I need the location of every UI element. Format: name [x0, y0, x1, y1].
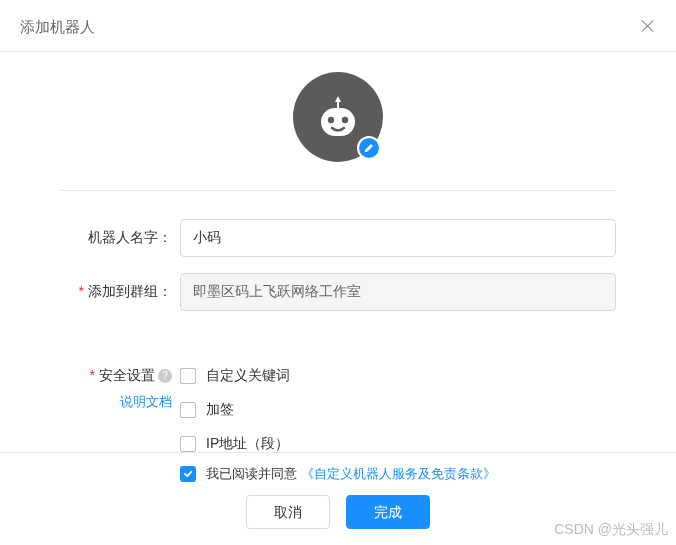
edit-avatar-icon[interactable]	[357, 136, 381, 160]
avatar-section	[60, 72, 616, 162]
row-group: *添加到群组： 即墨区码上飞跃网络工作室	[60, 273, 616, 311]
agree-row: 我已阅读并同意 《自定义机器人服务及免责条款》	[20, 465, 656, 483]
svg-rect-1	[321, 108, 355, 136]
dialog-title: 添加机器人	[20, 18, 95, 35]
option-ip[interactable]: IP地址（段）	[180, 435, 616, 452]
cancel-button[interactable]: 取消	[246, 495, 330, 529]
label-group: *添加到群组：	[60, 283, 180, 301]
option-keyword-label: 自定义关键词	[206, 367, 290, 385]
svg-point-3	[342, 117, 348, 123]
robot-icon	[311, 90, 365, 144]
agree-checkbox[interactable]	[180, 466, 196, 482]
name-input[interactable]	[180, 219, 616, 257]
checkbox-icon[interactable]	[180, 402, 196, 418]
row-security: *安全设置? 说明文档 自定义关键词 加签 IP地址（段）	[60, 367, 616, 452]
dialog-body: 机器人名字： *添加到群组： 即墨区码上飞跃网络工作室 *安全设置? 说明文档 …	[0, 52, 676, 452]
dialog-footer: 我已阅读并同意 《自定义机器人服务及免责条款》 取消 完成	[0, 452, 676, 541]
terms-link[interactable]: 《自定义机器人服务及免责条款》	[301, 466, 496, 481]
row-name: 机器人名字：	[60, 219, 616, 257]
checkbox-icon[interactable]	[180, 368, 196, 384]
submit-button[interactable]: 完成	[346, 495, 430, 529]
help-icon[interactable]: ?	[158, 369, 172, 383]
label-security: *安全设置? 说明文档	[60, 367, 180, 411]
group-value: 即墨区码上飞跃网络工作室	[193, 283, 361, 301]
label-name: 机器人名字：	[60, 229, 180, 247]
doc-link[interactable]: 说明文档	[120, 393, 172, 411]
robot-avatar[interactable]	[293, 72, 383, 162]
divider	[60, 190, 616, 191]
option-sign-label: 加签	[206, 401, 234, 419]
svg-point-2	[328, 117, 334, 123]
checkbox-icon[interactable]	[180, 436, 196, 452]
agree-text: 我已阅读并同意	[206, 466, 297, 481]
option-keyword[interactable]: 自定义关键词	[180, 367, 616, 385]
dialog-header: 添加机器人	[0, 0, 676, 52]
group-input[interactable]: 即墨区码上飞跃网络工作室	[180, 273, 616, 311]
option-ip-label: IP地址（段）	[206, 435, 289, 452]
close-icon[interactable]	[640, 18, 656, 34]
option-sign[interactable]: 加签	[180, 401, 616, 419]
required-marker: *	[90, 367, 95, 383]
required-marker: *	[79, 283, 84, 299]
button-row: 取消 完成	[20, 495, 656, 529]
